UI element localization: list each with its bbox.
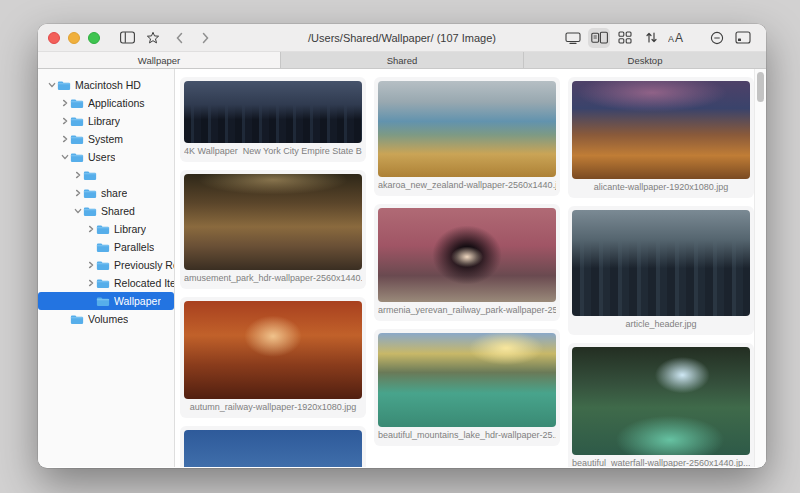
image-card[interactable]: beautiful_waterfall-wallpaper-2560x1440.… [568,343,754,467]
grid-column-2: akaroa_new_zealand-wallpaper-2560x1440.j… [374,77,560,467]
wallpaper-thumbnail[interactable] [572,81,750,179]
folder-icon [96,224,110,235]
grid-view-icon[interactable] [614,28,636,48]
sidebar-item-wallpaper[interactable]: Wallpaper [38,292,174,310]
inspector-icon[interactable] [732,28,754,48]
image-card[interactable]: beautiful_mountains_lake_hdr-wallpaper-2… [374,329,560,446]
image-filename: amusement_park_hdr-wallpaper-2560x1440..… [184,273,362,285]
image-filename: akaroa_new_zealand-wallpaper-2560x1440.j… [378,180,556,192]
wallpaper-thumbnail[interactable] [378,333,556,427]
wallpaper-thumbnail[interactable] [184,430,362,467]
sidebar-item-label: Wallpaper [114,295,161,307]
scrollbar-thumb[interactable] [757,72,764,102]
chevron-right-icon[interactable] [59,135,70,143]
wallpaper-thumbnail[interactable] [378,208,556,302]
wallpaper-thumbnail[interactable] [184,81,362,143]
image-card[interactable]: akaroa_new_zealand-wallpaper-2560x1440.j… [374,77,560,196]
sidebar-item-shared[interactable]: Shared [38,202,174,220]
image-filename: beautiful_mountains_lake_hdr-wallpaper-2… [378,430,556,442]
image-card[interactable]: amusement_park_hdr-wallpaper-2560x1440..… [180,170,366,289]
sidebar-item-system[interactable]: System [38,130,174,148]
scrollbar-track[interactable] [754,69,766,467]
sidebar-item-relocated-items[interactable]: Relocated Items [38,274,174,292]
back-icon[interactable] [168,28,190,48]
remove-icon[interactable] [706,28,728,48]
sidebar-item-label: share [101,187,127,199]
text-size-icon[interactable]: AA [666,28,688,48]
svg-text:A: A [675,31,683,44]
image-card[interactable]: armenia_yerevan_railway_park-wallpaper-2… [374,204,560,321]
chevron-right-icon[interactable] [59,99,70,107]
zoom-button[interactable] [88,32,100,44]
minimize-button[interactable] [68,32,80,44]
sidebar-item-label: System [88,133,123,145]
sort-icon[interactable] [640,28,662,48]
chevron-right-icon[interactable] [72,171,83,179]
chevron-right-icon[interactable] [85,279,96,287]
image-card[interactable]: autumn_railway-wallpaper-1920x1080.jpg [180,297,366,418]
image-card[interactable]: alicante-wallpaper-1920x1080.jpg [568,77,754,198]
chevron-down-icon[interactable] [46,81,57,89]
folder-icon [96,278,110,289]
sidebar-item-label: Previously Reloca [114,259,174,271]
traffic-lights [48,32,100,44]
folder-icon [96,260,110,271]
close-button[interactable] [48,32,60,44]
folder-icon [96,242,110,253]
titlebar: /Users/Shared/Wallpaper/ (107 Image) AA [38,24,766,52]
star-icon[interactable] [142,28,164,48]
tab-shared[interactable]: Shared [281,52,524,68]
sidebar-item-library[interactable]: Library [38,220,174,238]
sidebar-file-tree: Macintosh HDApplicationsLibrarySystemUse… [38,69,175,467]
sidebar-item-previously-reloca[interactable]: Previously Reloca [38,256,174,274]
chevron-down-icon[interactable] [72,207,83,215]
sidebar-item-macintosh-hd[interactable]: Macintosh HD [38,76,174,94]
image-grid: 4K Wallpaper New York City Empire State … [180,77,754,467]
sidebar-toggle-icon[interactable] [116,28,138,48]
sidebar-item-label: Library [114,223,146,235]
sidebar-item-users[interactable]: Users [38,148,174,166]
main-area: Macintosh HDApplicationsLibrarySystemUse… [38,69,766,467]
sidebar-item-label: Applications [88,97,145,109]
wallpaper-thumbnail[interactable] [184,301,362,399]
chevron-right-icon[interactable] [85,261,96,269]
folder-icon [70,134,84,145]
sidebar-item-label: Volumes [88,313,128,325]
image-filename: armenia_yerevan_railway_park-wallpaper-2… [378,305,556,317]
folder-icon [70,98,84,109]
chevron-right-icon[interactable] [72,189,83,197]
tab-desktop[interactable]: Desktop [524,52,766,68]
app-window: /Users/Shared/Wallpaper/ (107 Image) AA … [38,24,766,468]
tab-wallpaper[interactable]: Wallpaper [38,52,281,68]
split-view-icon[interactable] [588,28,610,48]
chevron-right-icon[interactable] [59,117,70,125]
display-icon[interactable] [562,28,584,48]
wallpaper-thumbnail[interactable] [184,174,362,270]
sidebar-item-parallels[interactable]: Parallels [38,238,174,256]
folder-icon [70,314,84,325]
image-card[interactable]: article_header.jpg [568,206,754,335]
sidebar-item-label: Shared [101,205,135,217]
image-card[interactable] [180,426,366,467]
wallpaper-thumbnail[interactable] [572,210,750,316]
sidebar-item-label: Library [88,115,120,127]
sidebar-item-share[interactable]: share [38,184,174,202]
sidebar-item-unnamed[interactable] [38,166,174,184]
image-filename: article_header.jpg [572,319,750,331]
forward-icon[interactable] [194,28,216,48]
svg-text:A: A [668,34,674,44]
sidebar-item-applications[interactable]: Applications [38,94,174,112]
wallpaper-thumbnail[interactable] [378,81,556,177]
chevron-right-icon[interactable] [85,225,96,233]
image-card[interactable]: 4K Wallpaper New York City Empire State … [180,77,366,162]
sidebar-item-volumes[interactable]: Volumes [38,310,174,328]
sidebar-item-library[interactable]: Library [38,112,174,130]
sidebar-item-label: Macintosh HD [75,79,141,91]
folder-icon [83,170,97,181]
folder-icon [83,188,97,199]
sidebar-item-label: Users [88,151,115,163]
image-filename: beautiful_waterfall-wallpaper-2560x1440.… [572,458,750,467]
sidebar-item-label: Relocated Items [114,277,174,289]
wallpaper-thumbnail[interactable] [572,347,750,455]
chevron-down-icon[interactable] [59,153,70,161]
